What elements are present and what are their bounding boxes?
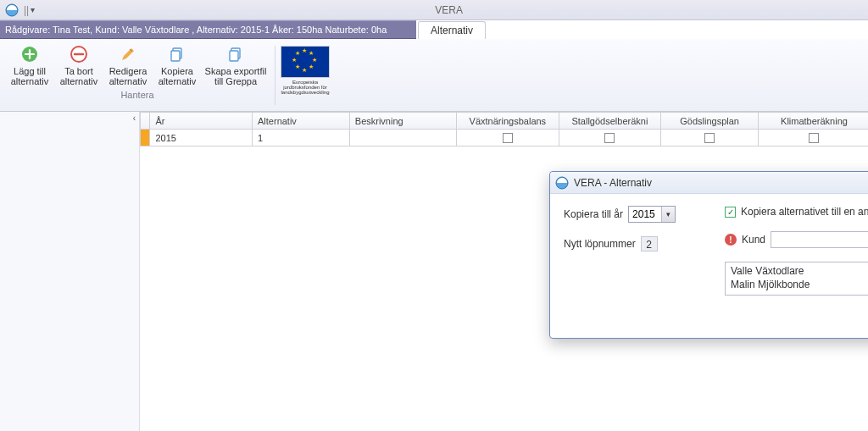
context-info: Rådgivare: Tina Test, Kund: Valle Växtod… [0, 20, 416, 39]
minus-icon [69, 44, 89, 64]
table-row[interactable]: 2015 1 [141, 130, 869, 146]
ribbon-separator [275, 46, 275, 105]
cell-nutri[interactable] [457, 130, 559, 146]
cell-desc[interactable] [349, 130, 456, 146]
quick-access-dropdown[interactable]: ▾ [31, 5, 35, 14]
kund-label: Kund [742, 234, 765, 246]
row-indicator [141, 130, 150, 146]
del-l1: Ta bort [64, 66, 93, 76]
cell-fert[interactable] [661, 130, 759, 146]
app-icon [555, 176, 569, 190]
navigation-pane: ‹ [0, 112, 140, 431]
kund-listbox[interactable]: Valle Växtodlare Malin Mjölkbonde [725, 262, 868, 296]
copy-alternative-dialog: VERA - Alternativ ✕ Kopiera till år ▾ [549, 171, 868, 339]
new-seq-label: Nytt löpnummer [564, 238, 636, 250]
col-climate-calc[interactable]: Klimatberäkning [758, 113, 868, 130]
app-title: VERA [435, 4, 463, 16]
edit-l2: alternativ [109, 76, 147, 86]
svg-rect-7 [230, 51, 238, 61]
checkbox-icon[interactable] [604, 133, 615, 143]
info-bar: Rådgivare: Tina Test, Kund: Valle Växtod… [0, 20, 868, 39]
workspace: ‹ År Alternativ Beskrivning Växtnäringsb… [0, 112, 868, 431]
add-alternative-button[interactable]: Lägg tillalternativ [5, 42, 54, 88]
new-seq-value: 2 [641, 236, 658, 251]
copy-icon [167, 44, 187, 64]
col-alternative[interactable]: Alternativ [253, 113, 350, 130]
list-item[interactable]: Malin Mjölkbonde [731, 278, 868, 291]
tab-alternativ[interactable]: Alternativ [418, 21, 486, 39]
list-item[interactable]: Valle Växtodlare [731, 264, 868, 278]
add-l1: Lägg till [14, 66, 46, 76]
plus-icon [19, 44, 40, 64]
checkbox-icon[interactable] [704, 133, 715, 143]
col-year[interactable]: År [150, 113, 253, 130]
chevron-down-icon[interactable]: ▾ [661, 207, 675, 222]
grid-area: År Alternativ Beskrivning Växtnäringsbal… [140, 112, 868, 431]
copy-to-year-label: Kopiera till år [564, 208, 623, 220]
error-icon: ! [725, 234, 737, 246]
ribbon-group-label: Hantera [120, 90, 153, 100]
copy-to-other-checkbox[interactable]: ✓ [725, 207, 736, 218]
edit-alternative-button[interactable]: Redigeraalternativ [103, 42, 153, 88]
dialog-title: VERA - Alternativ [574, 177, 652, 189]
dialog-titlebar[interactable]: VERA - Alternativ ✕ [550, 172, 868, 194]
col-manure-calc[interactable]: Stallgödselberäkni [559, 113, 661, 130]
col-description[interactable]: Beskrivning [349, 113, 456, 130]
col-nutrient-balance[interactable]: Växtnäringsbalans [457, 113, 559, 130]
del-l2: alternativ [60, 76, 98, 86]
checkbox-icon[interactable] [809, 133, 819, 143]
checkbox-icon[interactable] [503, 133, 513, 143]
copy-to-other-label: Kopiera alternativet till en annan kund [741, 206, 868, 218]
cell-climate[interactable] [758, 130, 868, 146]
kund-input[interactable] [771, 231, 868, 248]
copy-alternative-button[interactable]: Kopieraalternativ [153, 42, 202, 88]
title-bar: || ▾ VERA [0, 0, 868, 20]
alternatives-grid[interactable]: År Alternativ Beskrivning Växtnäringsbal… [140, 112, 868, 146]
copy-to-year-input[interactable] [629, 207, 661, 222]
export-l2: till Greppa [214, 76, 257, 86]
row-header-col [141, 113, 150, 130]
export-l1: Skapa exportfil [205, 66, 267, 76]
pencil-icon [118, 44, 138, 64]
ribbon: Lägg tillalternativ Ta bortalternativ Re… [0, 39, 868, 112]
cell-manure[interactable] [559, 130, 661, 146]
collapse-nav-icon[interactable]: ‹ [133, 113, 136, 123]
titlebar-separator: || [24, 4, 29, 16]
delete-alternative-button[interactable]: Ta bortalternativ [54, 42, 103, 88]
add-l2: alternativ [11, 76, 49, 86]
eu-flag-icon: ★ ★ ★ ★ ★ ★ ★ ★ [281, 46, 330, 78]
app-icon [5, 3, 19, 17]
col-fertilization-plan[interactable]: Gödslingsplan [661, 113, 759, 130]
svg-rect-5 [171, 51, 180, 61]
edit-l1: Redigera [109, 66, 147, 76]
ribbon-group-hantera: Lägg tillalternativ Ta bortalternativ Re… [5, 42, 270, 100]
eu-caption: Europeiska jordbruksfonden för landsbygd… [281, 80, 330, 95]
cell-year[interactable]: 2015 [150, 130, 253, 146]
export-greppa-button[interactable]: Skapa exportfiltill Greppa [202, 42, 270, 88]
dialog-body: Kopiera till år ▾ Nytt löpnummer 2 ✓ [550, 194, 868, 338]
cell-alt[interactable]: 1 [253, 130, 350, 146]
copy-to-year-combo[interactable]: ▾ [628, 206, 676, 223]
export-icon [225, 44, 246, 64]
copy-l1: Kopiera [161, 66, 193, 76]
copy-l2: alternativ [159, 76, 197, 86]
